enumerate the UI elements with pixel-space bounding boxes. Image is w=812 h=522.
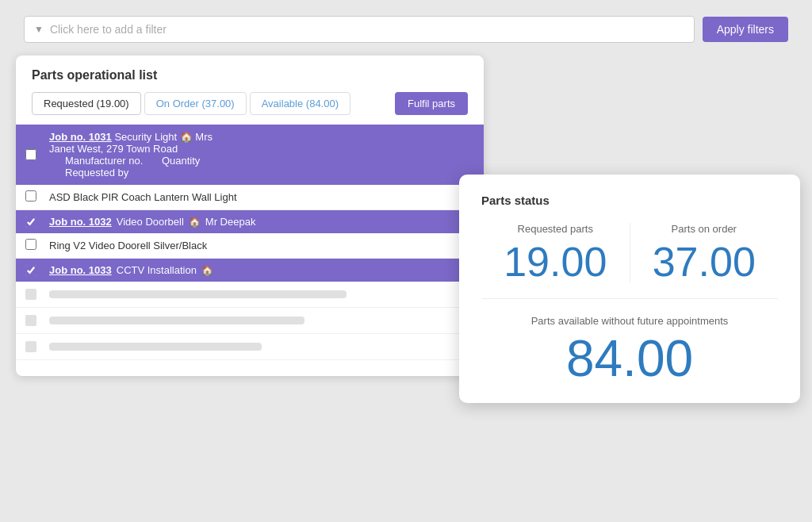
job-desc-3: CCTV Installation [117, 264, 197, 276]
job-checkbox-2[interactable] [25, 217, 36, 228]
stats-row: Requested parts 19.00 Parts on order 37.… [481, 223, 778, 299]
fulfil-parts-button[interactable]: Fulfil parts [395, 92, 468, 115]
parts-list-panel: Parts operational list Requested (19.00)… [16, 56, 484, 376]
filter-bar: ▼ Click here to add a filter Apply filte… [24, 16, 788, 43]
tab-requested[interactable]: Requested (19.00) [32, 92, 141, 115]
skeleton-line-1 [49, 290, 347, 298]
job-address-2: Mr Deepak [205, 216, 256, 228]
table-header: Job no. 1031 Security Light 🏠 Mrs Janet … [16, 125, 484, 185]
parts-on-order-label: Parts on order [630, 223, 779, 235]
header-job-col: Job no. 1031 Security Light 🏠 Mrs Janet … [49, 131, 236, 178]
item-desc-2: Ring V2 Video Doorell Silver/Black [49, 240, 474, 251]
requested-parts-value: 19.00 [481, 241, 630, 282]
filter-placeholder: Click here to add a filter [50, 23, 167, 36]
job-row-2[interactable]: Job no. 1032 Video Doorbell 🏠 Mr Deepak [16, 210, 484, 233]
job-check-2 [25, 217, 49, 228]
tab-on-order[interactable]: On Order (37.00) [144, 92, 247, 115]
requested-parts-block: Requested parts 19.00 [481, 223, 630, 282]
tab-available[interactable]: Available (84.00) [250, 92, 350, 115]
parts-status-panel: Parts status Requested parts 19.00 Parts… [459, 175, 800, 403]
main-container: ▼ Click here to add a filter Apply filte… [0, 0, 812, 522]
job-desc-2: Video Doorbell [117, 216, 184, 228]
requested-parts-label: Requested parts [481, 223, 630, 235]
job-number-header[interactable]: Job no. 1031 [49, 131, 112, 143]
parts-on-order-block: Parts on order 37.00 [630, 223, 779, 282]
item-row-2: Ring V2 Video Doorell Silver/Black [16, 233, 484, 259]
home-icon-2: 🏠 [189, 217, 201, 228]
available-parts-block: Parts available without future appointme… [481, 312, 778, 384]
filter-icon: ▼ [34, 24, 44, 35]
item-checkbox-2[interactable] [25, 239, 36, 250]
available-parts-value: 84.00 [481, 333, 778, 384]
item-checkbox-1[interactable] [25, 190, 36, 202]
available-parts-label: Parts available without future appointme… [481, 315, 778, 327]
job-label-3: Job no. 1033 CCTV Installation 🏠 [49, 264, 474, 276]
header-quantity: Quantity [162, 155, 200, 167]
item-desc-1: ASD Black PIR Coach Lantern Wall Light [49, 191, 474, 203]
skeleton-row-2 [16, 308, 484, 334]
header-manufacturer: Manufacturer no. [65, 155, 143, 167]
job-number-2[interactable]: Job no. 1032 [49, 216, 112, 228]
apply-filters-button[interactable]: Apply filters [703, 17, 788, 42]
skeleton-check-3 [25, 341, 36, 352]
header-requested-by: Requested by [65, 167, 128, 178]
skeleton-row-3 [16, 334, 484, 360]
job-label-2: Job no. 1032 Video Doorbell 🏠 Mr Deepak [49, 216, 474, 228]
job-checkbox-3[interactable] [25, 265, 36, 276]
job-check-3 [25, 265, 49, 276]
job-row-3[interactable]: Job no. 1033 CCTV Installation 🏠 [16, 259, 484, 282]
job-number-3[interactable]: Job no. 1033 [49, 264, 112, 276]
status-panel-title: Parts status [481, 194, 778, 207]
item-row-1: ASD Black PIR Coach Lantern Wall Light [16, 185, 484, 210]
skeleton-check-1 [25, 289, 36, 300]
skeleton-check-2 [25, 315, 36, 326]
tabs-row: Requested (19.00) On Order (37.00) Avail… [16, 92, 484, 125]
filter-input-wrapper[interactable]: ▼ Click here to add a filter [24, 16, 695, 43]
panel-title: Parts operational list [16, 56, 484, 92]
header-checkbox-cell [25, 149, 49, 160]
item-checkbox-cell-2 [25, 239, 49, 252]
skeleton-row-1 [16, 282, 484, 308]
item-checkbox-cell-1 [25, 190, 49, 204]
home-icon-3: 🏠 [201, 265, 213, 276]
select-all-checkbox[interactable] [25, 149, 36, 160]
skeleton-line-3 [49, 343, 262, 351]
skeleton-line-2 [49, 317, 304, 324]
parts-on-order-value: 37.00 [630, 241, 779, 282]
